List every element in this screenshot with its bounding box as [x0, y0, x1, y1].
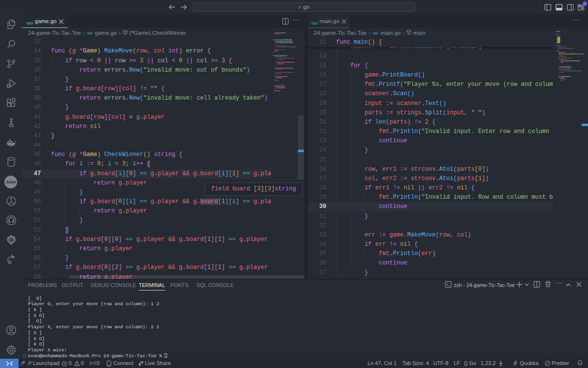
- svg-text:GO: GO: [312, 21, 318, 26]
- svg-text:GO: GO: [88, 31, 93, 35]
- svg-text:GO: GO: [373, 31, 378, 35]
- svg-text:GO: GO: [27, 21, 33, 26]
